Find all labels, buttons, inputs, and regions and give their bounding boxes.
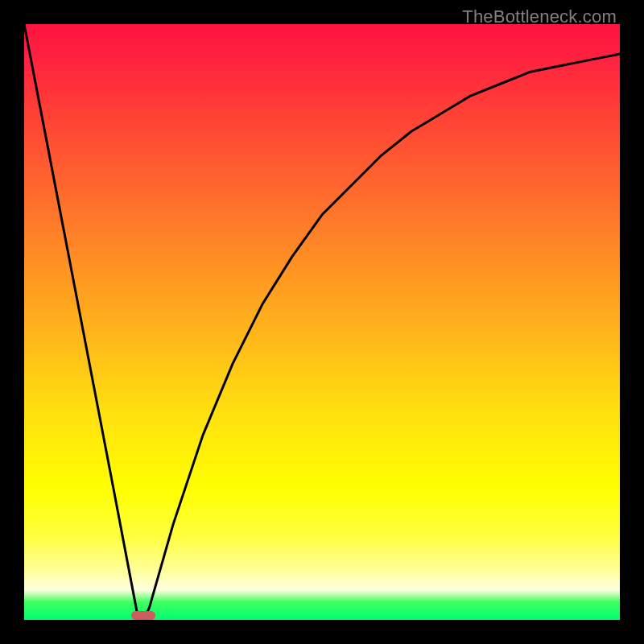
bottleneck-curve-path bbox=[24, 24, 620, 620]
plot-area bbox=[24, 24, 620, 620]
optimum-marker bbox=[131, 611, 155, 620]
chart-frame: TheBottleneck.com bbox=[0, 0, 644, 644]
curve-svg bbox=[24, 24, 620, 620]
